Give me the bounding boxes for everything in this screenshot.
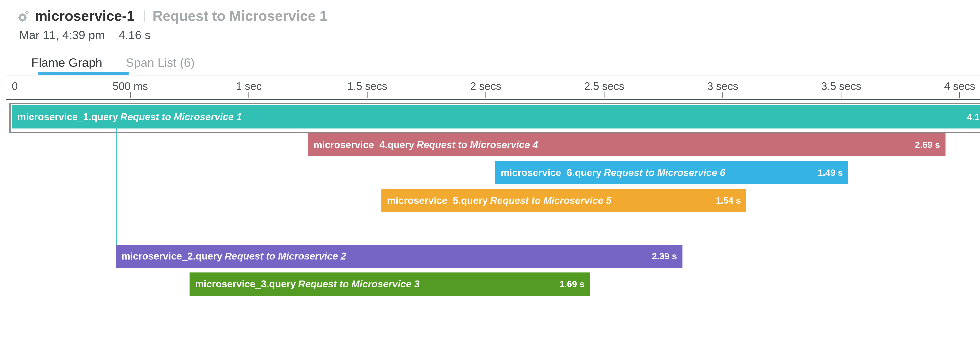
tab-flame-graph[interactable]: Flame Graph	[31, 56, 102, 72]
flame-graph: microservice_1.queryRequest to Microserv…	[12, 105, 980, 300]
request-name: Request to Microservice 1	[153, 8, 327, 24]
trace-duration: 4.16 s	[119, 28, 151, 42]
tab-underline	[38, 72, 129, 75]
span-duration: 2.69 s	[910, 139, 940, 150]
span-request: Request to Microservice 1	[120, 111, 242, 123]
span-duration: 1.49 s	[813, 167, 843, 178]
tabs: Flame Graph Span List (6)	[31, 56, 980, 72]
span-operation: microservice_6.query	[501, 167, 601, 178]
trace-timestamp: Mar 11, 4:39 pm	[19, 28, 105, 42]
span-connector	[382, 157, 382, 189]
axis-tick: 3 secs	[707, 80, 738, 93]
svg-rect-3	[25, 17, 27, 18]
span-bar[interactable]: microservice_5.queryRequest to Microserv…	[382, 189, 746, 212]
span-operation: microservice_2.query	[121, 251, 222, 262]
span-operation: microservice_3.query	[195, 278, 296, 290]
axis-tick: 0	[12, 80, 18, 93]
service-name: microservice-1	[35, 8, 134, 24]
gears-icon	[18, 10, 30, 22]
span-bar[interactable]: microservice_2.queryRequest to Microserv…	[116, 245, 682, 268]
axis-tick: 1 sec	[236, 80, 261, 93]
axis-divider	[6, 75, 980, 75]
divider	[144, 10, 145, 22]
span-request: Request to Microservice 5	[490, 195, 611, 206]
span-bar[interactable]: microservice_6.queryRequest to Microserv…	[495, 161, 848, 184]
title-row: microservice-1 Request to Microservice 1	[18, 8, 980, 24]
svg-rect-2	[18, 17, 20, 18]
tab-span-list[interactable]: Span List (6)	[126, 56, 195, 72]
span-bar[interactable]: microservice_1.queryRequest to Microserv…	[12, 105, 980, 128]
span-operation: microservice_4.query	[313, 139, 414, 150]
svg-rect-11	[29, 12, 29, 13]
span-request: Request to Microservice 2	[224, 251, 346, 262]
axis-tick: 1.5 secs	[347, 80, 387, 93]
svg-rect-0	[22, 13, 23, 15]
span-request: Request to Microservice 4	[417, 139, 538, 150]
axis-line	[6, 99, 980, 100]
axis-tick: 500 ms	[113, 80, 148, 93]
svg-rect-1	[22, 20, 23, 22]
span-duration: 1.69 s	[555, 279, 584, 289]
span-request: Request to Microservice 3	[298, 278, 420, 290]
axis-tick: 4 secs	[944, 80, 975, 93]
span-duration: 4.16 s	[963, 112, 980, 122]
span-duration: 1.54 s	[711, 195, 741, 206]
axis-tick: 2.5 secs	[584, 80, 624, 93]
span-request: Request to Microservice 6	[604, 167, 725, 178]
axis-tick: 3.5 secs	[821, 80, 861, 93]
svg-rect-8	[27, 10, 27, 11]
svg-rect-10	[25, 12, 25, 13]
span-bar[interactable]: microservice_4.queryRequest to Microserv…	[308, 133, 945, 157]
span-bar[interactable]: microservice_3.queryRequest to Microserv…	[189, 272, 590, 296]
subhead: Mar 11, 4:39 pm 4.16 s	[19, 28, 980, 42]
span-duration: 2.39 s	[647, 251, 677, 262]
span-operation: microservice_1.query	[17, 111, 118, 123]
svg-rect-9	[27, 14, 27, 14]
span-operation: microservice_5.query	[387, 195, 488, 206]
time-axis: 0500 ms1 sec1.5 secs2 secs2.5 secs3 secs…	[6, 80, 980, 94]
axis-tick: 2 secs	[470, 80, 501, 93]
